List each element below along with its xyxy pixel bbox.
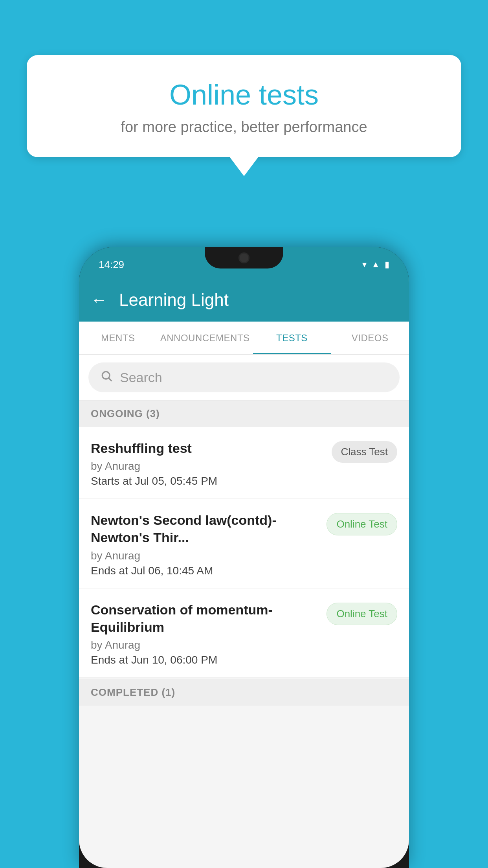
test-list: Reshuffling test by Anurag Starts at Jul… — [79, 427, 409, 678]
test-badge: Online Test — [327, 603, 397, 625]
status-bar: 14:29 ▾ ▲ ▮ — [79, 247, 409, 278]
test-date: Starts at Jul 05, 05:45 PM — [91, 475, 324, 487]
test-date: Ends at Jul 06, 10:45 AM — [91, 565, 319, 577]
search-placeholder: Search — [120, 370, 162, 385]
test-name: Reshuffling test — [91, 440, 324, 457]
speech-bubble-section: Online tests for more practice, better p… — [27, 55, 461, 176]
test-badge: Class Test — [332, 441, 397, 463]
test-info: Conservation of momentum-Equilibrium by … — [91, 601, 327, 666]
back-button[interactable]: ← — [91, 291, 107, 309]
date-value: Jul 05, 05:45 PM — [135, 475, 217, 487]
search-container: Search — [79, 355, 409, 401]
tab-tests[interactable]: TESTS — [253, 322, 331, 354]
test-author: by Anurag — [91, 550, 319, 562]
test-badge: Online Test — [327, 513, 397, 535]
test-author: by Anurag — [91, 639, 319, 651]
phone-frame: 14:29 ▾ ▲ ▮ ← Learning Light MENTS ANNOU… — [79, 247, 409, 868]
test-item[interactable]: Newton's Second law(contd)-Newton's Thir… — [79, 499, 409, 588]
test-item[interactable]: Reshuffling test by Anurag Starts at Jul… — [79, 427, 409, 499]
bubble-title: Online tests — [54, 79, 434, 111]
svg-line-1 — [109, 378, 112, 381]
completed-section-header: COMPLETED (1) — [79, 679, 409, 706]
date-label: Starts at — [91, 475, 132, 487]
signal-icon: ▲ — [371, 259, 380, 270]
tab-ments[interactable]: MENTS — [79, 322, 157, 354]
test-name: Conservation of momentum-Equilibrium — [91, 601, 319, 636]
svg-point-0 — [102, 371, 110, 379]
app-header: ← Learning Light — [79, 278, 409, 322]
test-item[interactable]: Conservation of momentum-Equilibrium by … — [79, 588, 409, 678]
search-box[interactable]: Search — [88, 362, 400, 392]
date-label: Ends at — [91, 654, 128, 666]
status-time: 14:29 — [99, 259, 124, 271]
ongoing-section-header: ONGOING (3) — [79, 401, 409, 427]
date-value: Jun 10, 06:00 PM — [131, 654, 217, 666]
phone-camera — [238, 252, 250, 263]
test-name: Newton's Second law(contd)-Newton's Thir… — [91, 511, 319, 546]
wifi-icon: ▾ — [362, 259, 367, 270]
ongoing-title: ONGOING (3) — [91, 408, 160, 419]
tabs-container: MENTS ANNOUNCEMENTS TESTS VIDEOS — [79, 322, 409, 355]
battery-icon: ▮ — [385, 259, 389, 270]
status-icons: ▾ ▲ ▮ — [362, 259, 389, 270]
bubble-subtitle: for more practice, better performance — [54, 119, 434, 136]
search-icon — [100, 370, 113, 385]
phone-screen: ← Learning Light MENTS ANNOUNCEMENTS TES… — [79, 278, 409, 868]
test-date: Ends at Jun 10, 06:00 PM — [91, 654, 319, 666]
phone-notch — [205, 247, 283, 268]
test-info: Reshuffling test by Anurag Starts at Jul… — [91, 440, 332, 487]
test-info: Newton's Second law(contd)-Newton's Thir… — [91, 511, 327, 577]
test-author: by Anurag — [91, 460, 324, 473]
date-value: Jul 06, 10:45 AM — [131, 565, 213, 577]
tab-announcements[interactable]: ANNOUNCEMENTS — [157, 322, 253, 354]
app-title: Learning Light — [119, 290, 229, 310]
completed-title: COMPLETED (1) — [91, 686, 175, 698]
bubble-tail — [230, 157, 258, 176]
tab-videos[interactable]: VIDEOS — [331, 322, 409, 354]
speech-bubble: Online tests for more practice, better p… — [27, 55, 461, 157]
date-label: Ends at — [91, 565, 128, 577]
